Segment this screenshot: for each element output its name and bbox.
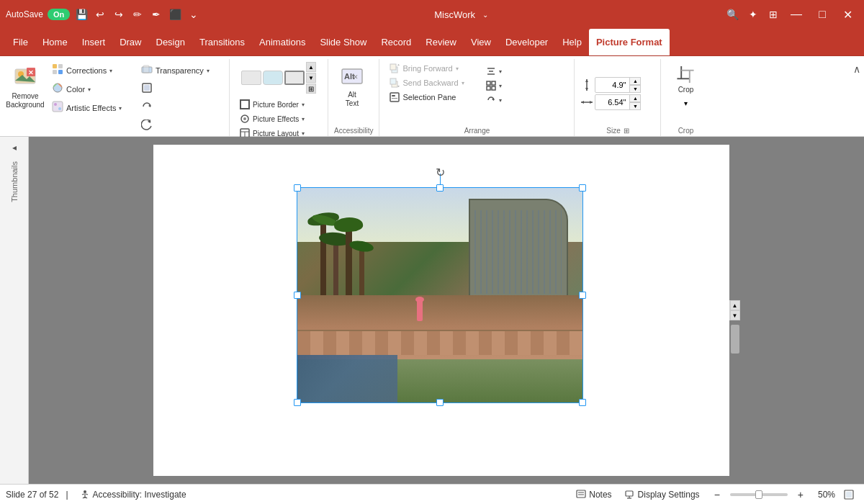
bring-forward-button[interactable]: Bring Forward ▾: [385, 62, 479, 75]
zoom-in-button[interactable]: +: [792, 487, 809, 502]
color-button[interactable]: Color ▾: [48, 81, 134, 98]
artistic-effects-button[interactable]: Artistic Effects ▾: [48, 99, 134, 117]
alt-text-button[interactable]: Alt ✕ AltText: [334, 62, 370, 111]
crop-button[interactable]: Crop: [667, 62, 704, 96]
reset-picture-button[interactable]: [137, 118, 223, 135]
menu-view[interactable]: View: [464, 29, 498, 55]
send-backward-button[interactable]: Send Backward ▾: [385, 76, 479, 89]
compress-pictures-button[interactable]: [137, 81, 223, 98]
pencil-icon[interactable]: ✒: [149, 7, 163, 22]
scroll-thumb[interactable]: [731, 325, 739, 354]
notes-button[interactable]: Notes: [572, 488, 616, 501]
corrections-button[interactable]: Corrections ▾: [48, 62, 134, 79]
styles-scroll-down[interactable]: ▼: [306, 73, 316, 83]
handle-bottom-right[interactable]: [579, 399, 586, 406]
height-spin-down[interactable]: ▼: [629, 85, 641, 93]
title-bar-center: MiscWork ⌄: [434, 7, 492, 22]
more-commands-icon[interactable]: ⌄: [186, 7, 201, 22]
minimize-button[interactable]: —: [786, 4, 806, 24]
undo-icon[interactable]: ↩: [93, 7, 107, 22]
ribbon-collapse-button[interactable]: ∧: [850, 59, 864, 136]
menu-file[interactable]: File: [6, 29, 35, 55]
svg-text:✕: ✕: [353, 73, 359, 81]
scroll-up-button[interactable]: ▲: [730, 300, 740, 310]
menu-transitions[interactable]: Transitions: [192, 29, 252, 55]
img-building: [469, 199, 569, 306]
handle-top-left[interactable]: [294, 184, 301, 192]
handle-top-middle[interactable]: [436, 184, 444, 192]
align-button[interactable]: ▾: [482, 65, 568, 78]
menu-help[interactable]: Help: [555, 29, 589, 55]
ribbon-group-accessibility: Alt ✕ AltText Accessibility: [328, 59, 379, 136]
accessibility-divider: |: [66, 490, 68, 500]
menu-insert[interactable]: Insert: [75, 29, 113, 55]
menu-home[interactable]: Home: [35, 29, 75, 55]
crop-dropdown[interactable]: ▾: [683, 98, 689, 109]
width-spin-up[interactable]: ▲: [629, 94, 641, 102]
artistic-effects-dropdown-icon[interactable]: ▾: [119, 105, 122, 112]
handle-middle-right[interactable]: [579, 292, 586, 299]
maximize-button[interactable]: □: [812, 4, 832, 24]
handle-bottom-middle[interactable]: [436, 399, 444, 406]
rotate-button[interactable]: ▾: [482, 94, 568, 107]
remove-background-button[interactable]: ✕ RemoveBackground: [6, 62, 45, 112]
picture-style-2[interactable]: [263, 71, 283, 85]
file-name: MiscWork: [434, 9, 475, 20]
accessibility-button[interactable]: Accessibility: Investigate: [76, 488, 191, 501]
save-icon[interactable]: 💾: [74, 7, 89, 22]
transparency-dropdown-icon[interactable]: ▾: [207, 68, 210, 74]
fit-slide-button[interactable]: [840, 488, 858, 501]
display-settings-button[interactable]: Display Settings: [621, 488, 704, 501]
styles-expand[interactable]: ⊞: [306, 84, 316, 94]
menu-slideshow[interactable]: Slide Show: [312, 29, 374, 55]
change-picture-button[interactable]: [137, 99, 223, 117]
pen-icon[interactable]: ✏: [130, 7, 145, 22]
custom-icon[interactable]: ⬛: [168, 7, 182, 22]
zoom-level: 50%: [814, 490, 835, 500]
selection-pane-button[interactable]: Selection Pane: [385, 91, 479, 104]
transparency-button[interactable]: Transparency ▾: [137, 62, 223, 79]
group-button[interactable]: ▾: [482, 79, 568, 92]
ribbon-display-icon[interactable]: ⊞: [766, 7, 780, 22]
picture-border-label: Picture Border: [253, 101, 299, 109]
handle-middle-left[interactable]: [294, 292, 301, 299]
picture-effects-icon: [240, 114, 250, 124]
zoom-out-button[interactable]: −: [708, 487, 726, 502]
slide-canvas: ↻: [153, 145, 729, 476]
styles-scroll-up[interactable]: ▲: [306, 62, 316, 72]
corrections-dropdown-icon[interactable]: ▾: [109, 68, 112, 74]
scroll-down-button[interactable]: ▼: [730, 310, 740, 320]
menu-record[interactable]: Record: [374, 29, 418, 55]
width-spin-down[interactable]: ▼: [629, 102, 641, 110]
corrections-icon: [52, 63, 63, 78]
color-dropdown-icon[interactable]: ▾: [88, 86, 91, 93]
height-icon: [580, 78, 593, 91]
svg-rect-9: [53, 102, 63, 112]
height-spinners: ▲ ▼: [629, 77, 641, 93]
search-icon[interactable]: 🔍: [726, 7, 740, 22]
copilot-icon[interactable]: ✦: [746, 7, 760, 22]
picture-style-1[interactable]: [241, 71, 261, 85]
redo-icon[interactable]: ↪: [112, 7, 126, 22]
menu-animations[interactable]: Animations: [252, 29, 312, 55]
picture-border-button[interactable]: Picture Border ▾: [235, 98, 322, 111]
handle-top-right[interactable]: [579, 184, 586, 192]
handle-bottom-left[interactable]: [294, 399, 301, 406]
zoom-slider[interactable]: [730, 493, 788, 496]
menu-review[interactable]: Review: [418, 29, 464, 55]
menu-design[interactable]: Design: [149, 29, 192, 55]
height-spin-up[interactable]: ▲: [629, 77, 641, 85]
zoom-thumb[interactable]: [755, 490, 762, 499]
thumbnail-collapse-arrow[interactable]: ◂: [9, 140, 19, 156]
autosave-toggle[interactable]: On: [48, 9, 70, 20]
close-button[interactable]: ✕: [838, 4, 858, 24]
picture-effects-button[interactable]: Picture Effects ▾: [235, 112, 322, 125]
picture-style-3[interactable]: [284, 71, 305, 85]
menu-picture-format[interactable]: Picture Format: [589, 29, 670, 55]
menu-draw[interactable]: Draw: [112, 29, 148, 55]
size-expand-icon[interactable]: ⊞: [624, 127, 629, 135]
file-dropdown-icon[interactable]: ⌄: [478, 7, 492, 22]
rotate-handle[interactable]: ↻: [434, 166, 446, 178]
menu-developer[interactable]: Developer: [498, 29, 555, 55]
selected-image[interactable]: ↻: [297, 188, 582, 402]
